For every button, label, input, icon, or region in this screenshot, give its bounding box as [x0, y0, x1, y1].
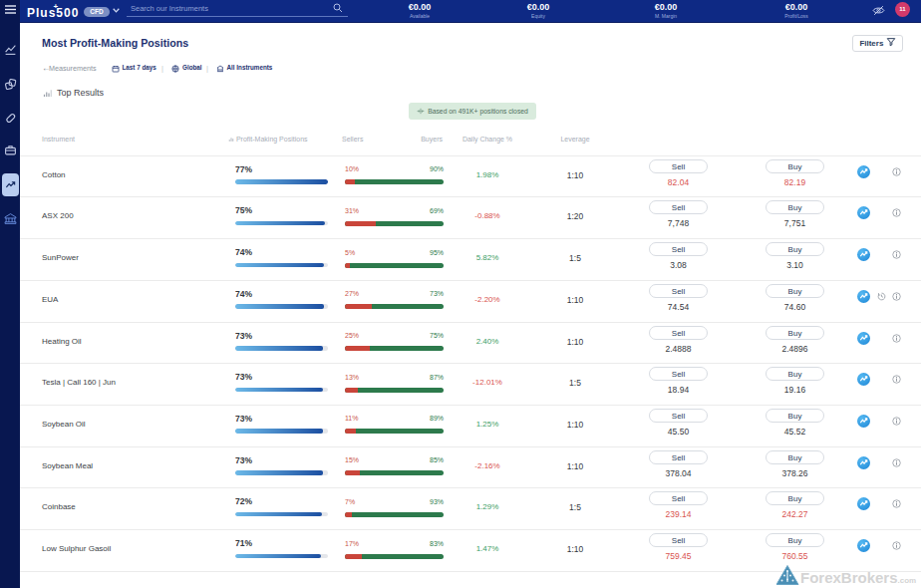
svg-text:ForexBrokers.com: ForexBrokers.com — [800, 569, 916, 586]
